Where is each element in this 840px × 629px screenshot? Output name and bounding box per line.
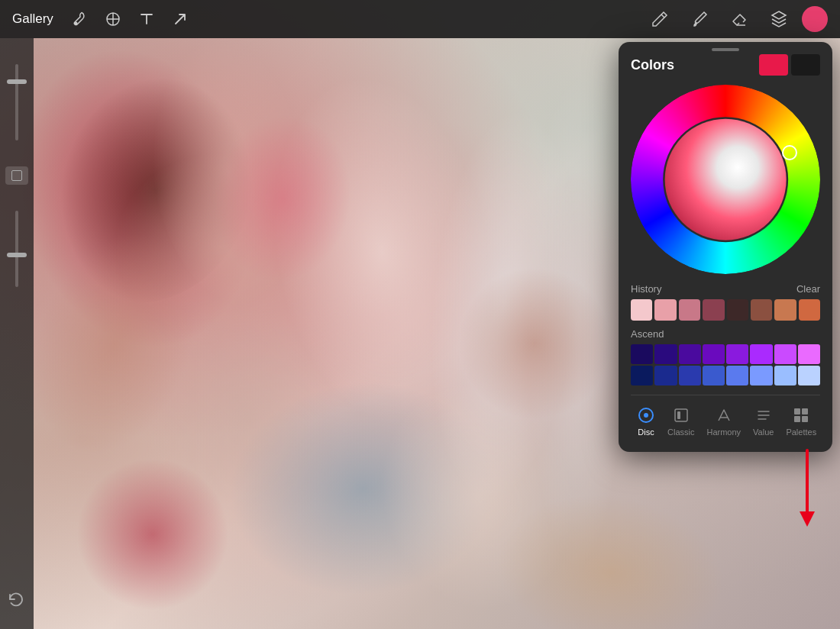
palette-cell[interactable] — [726, 366, 748, 385]
primary-color-swatch[interactable] — [759, 54, 788, 76]
palette-label: Ascend — [631, 328, 664, 340]
color-wheel[interactable] — [631, 85, 820, 274]
svg-point-0 — [75, 23, 76, 24]
wheel-outer-cursor[interactable] — [782, 145, 797, 160]
paint-stroke — [76, 458, 229, 611]
opacity-slider[interactable] — [3, 56, 31, 148]
wheel-inner-cursor[interactable] — [801, 238, 816, 253]
colors-panel-header: Colors — [631, 54, 820, 76]
palette-cell[interactable] — [798, 366, 820, 385]
history-swatch-5[interactable] — [727, 299, 748, 321]
paint-stroke — [458, 267, 611, 420]
palette-cell[interactable] — [631, 366, 653, 385]
size-thumb[interactable] — [7, 253, 27, 257]
brush-tool[interactable] — [686, 5, 713, 33]
drag-handle — [712, 48, 739, 51]
palette-cell[interactable] — [703, 366, 725, 385]
undo-button[interactable] — [4, 588, 30, 614]
layer-square[interactable] — [5, 166, 28, 185]
palette-cell[interactable] — [654, 366, 677, 385]
classic-tab-label: Classic — [667, 427, 694, 437]
arrow-indicator — [796, 443, 819, 537]
arrow-icon[interactable] — [166, 5, 194, 33]
toolbar: Gallery — [0, 0, 840, 38]
harmony-tab-icon — [715, 406, 733, 424]
tab-disc[interactable]: Disc — [631, 403, 661, 440]
secondary-color-swatch[interactable] — [791, 54, 820, 76]
svg-marker-16 — [800, 511, 815, 527]
palette-cell[interactable] — [774, 344, 796, 364]
classic-tab-icon — [672, 406, 690, 424]
history-section-label: History Clear — [631, 283, 820, 295]
svg-point-5 — [644, 413, 648, 418]
history-swatch-8[interactable] — [799, 299, 820, 321]
opacity-track — [15, 64, 18, 140]
active-color-circle[interactable] — [802, 6, 828, 32]
disc-tab-icon — [637, 406, 655, 424]
color-swatch-pair — [759, 54, 820, 76]
palette-cell[interactable] — [750, 344, 772, 364]
palette-grid-row1 — [631, 344, 820, 385]
color-mode-tabs: Disc Classic Harmony — [631, 395, 820, 440]
size-track — [15, 211, 18, 287]
palette-cell[interactable] — [631, 344, 653, 364]
history-swatch-7[interactable] — [774, 299, 796, 321]
history-swatch-2[interactable] — [654, 299, 676, 321]
harmony-tab-label: Harmony — [706, 427, 741, 437]
disc-tab-label: Disc — [638, 427, 654, 437]
history-swatches-row — [631, 299, 820, 321]
value-tab-label: Value — [753, 427, 774, 437]
gallery-button[interactable]: Gallery — [12, 11, 53, 27]
tab-classic[interactable]: Classic — [661, 403, 700, 440]
text-icon[interactable] — [133, 5, 160, 33]
palette-cell[interactable] — [679, 344, 701, 364]
cursor-icon[interactable] — [99, 5, 127, 33]
svg-rect-13 — [794, 416, 800, 422]
value-tab-icon — [754, 406, 773, 424]
left-sidebar — [0, 38, 34, 629]
size-slider[interactable] — [3, 203, 31, 295]
history-swatch-4[interactable] — [703, 299, 724, 321]
opacity-thumb[interactable] — [7, 79, 27, 84]
color-wheel-container[interactable] — [631, 85, 820, 274]
colors-panel-title: Colors — [631, 57, 674, 73]
palette-section-label: Ascend — [631, 328, 820, 340]
svg-rect-14 — [802, 416, 808, 422]
palette-cell[interactable] — [654, 344, 677, 364]
layers-tool[interactable] — [765, 5, 793, 33]
pen-tool[interactable] — [646, 5, 674, 33]
clear-button[interactable]: Clear — [796, 283, 820, 295]
palette-cell[interactable] — [798, 344, 820, 364]
history-swatch-3[interactable] — [679, 299, 700, 321]
tab-value[interactable]: Value — [747, 403, 780, 440]
palette-cell[interactable] — [750, 366, 772, 385]
wheel-saturation-picker[interactable] — [665, 119, 787, 240]
svg-rect-11 — [794, 408, 800, 414]
palettes-tab-icon — [792, 406, 810, 424]
right-tools — [643, 5, 828, 33]
palette-cell[interactable] — [726, 344, 748, 364]
palette-cell[interactable] — [703, 344, 725, 364]
colors-panel: Colors History Clear Ascend — [619, 42, 832, 452]
eraser-tool[interactable] — [725, 5, 753, 33]
layer-square-icon — [11, 170, 22, 181]
history-label: History — [631, 283, 661, 295]
history-swatch-1[interactable] — [631, 299, 652, 321]
history-swatch-6[interactable] — [751, 299, 772, 321]
tab-harmony[interactable]: Harmony — [700, 403, 747, 440]
wrench-icon[interactable] — [66, 5, 93, 33]
svg-rect-12 — [802, 408, 808, 414]
tab-palettes[interactable]: Palettes — [780, 403, 822, 440]
svg-rect-6 — [675, 409, 687, 421]
palettes-tab-label: Palettes — [786, 427, 816, 437]
palette-cell[interactable] — [774, 366, 796, 385]
palette-cell[interactable] — [679, 366, 701, 385]
svg-rect-7 — [677, 411, 680, 419]
